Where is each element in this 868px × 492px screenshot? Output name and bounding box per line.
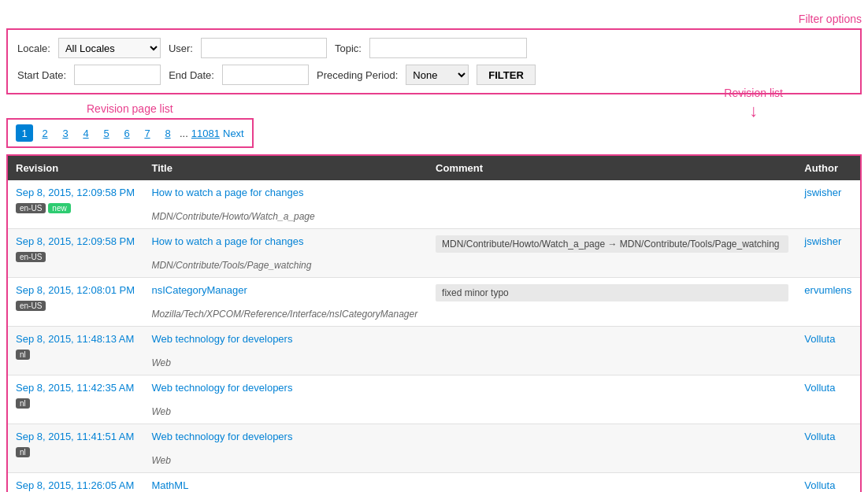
title-cell: MathMLWeb/MathML <box>143 473 428 493</box>
page-ellipsis: ... <box>180 128 188 139</box>
user-label: User: <box>169 43 193 54</box>
title-link[interactable]: How to watch a page for changes <box>151 187 420 198</box>
comment-cell <box>428 180 796 229</box>
revision-list-label: Revision list <box>724 87 783 99</box>
filter-button[interactable]: FILTER <box>477 65 536 85</box>
author-cell: Volluta <box>796 327 860 375</box>
col-comment: Comment <box>428 156 796 180</box>
author-link[interactable]: Volluta <box>804 431 835 442</box>
title-cell: Web technology for developersWeb <box>143 424 428 473</box>
end-date-input[interactable] <box>222 65 309 85</box>
revision-table: Revision Title Comment Author Sep 8, 201… <box>8 156 860 492</box>
comment-box: MDN/Contribute/Howto/Watch_a_page → MDN/… <box>436 235 788 253</box>
page-4-button[interactable]: 4 <box>77 124 95 142</box>
revision-datetime-link[interactable]: Sep 8, 2015, 12:09:58 PM <box>16 235 135 247</box>
title-cell: Web technology for developersWeb <box>143 375 428 424</box>
locale-select[interactable]: All Locales en-US nl fr de <box>58 38 161 58</box>
comment-cell <box>428 424 796 473</box>
comment-cell: MDN/Contribute/Howto/Watch_a_page → MDN/… <box>428 229 796 278</box>
revision-datetime-link[interactable]: Sep 8, 2015, 12:08:01 PM <box>16 284 135 296</box>
locale-badge: nl <box>16 350 30 360</box>
revision-datetime-link[interactable]: Sep 8, 2015, 11:26:05 AM <box>16 479 135 491</box>
revision-cell: Sep 8, 2015, 11:41:51 AMnl <box>8 424 143 473</box>
revision-cell: Sep 8, 2015, 11:26:05 AMnl <box>8 473 143 493</box>
table-header-row: Revision Title Comment Author <box>8 156 860 180</box>
user-input[interactable] <box>201 38 327 58</box>
page-5-button[interactable]: 5 <box>98 124 115 142</box>
title-link[interactable]: nsICategoryManager <box>151 284 420 296</box>
author-link[interactable]: jswisher <box>804 187 841 198</box>
revision-cell: Sep 8, 2015, 12:09:58 PMen-US <box>8 229 143 278</box>
filter-options-label: Filter options <box>799 13 862 25</box>
page-1-button[interactable]: 1 <box>16 124 33 142</box>
comment-cell: fixed minor typo <box>428 278 796 327</box>
filter-section: Locale: All Locales en-US nl fr de User:… <box>6 28 862 94</box>
table-row: Sep 8, 2015, 11:48:13 AMnlWeb technology… <box>8 327 860 375</box>
topic-input[interactable] <box>369 38 527 58</box>
title-cell: How to watch a page for changesMDN/Contr… <box>143 180 428 229</box>
start-date-input[interactable] <box>74 65 161 85</box>
page-path: Web <box>151 455 170 466</box>
revision-datetime-link[interactable]: Sep 8, 2015, 11:42:35 AM <box>16 382 135 394</box>
table-row: Sep 8, 2015, 11:26:05 AMnlMathMLWeb/Math… <box>8 473 860 493</box>
revision-cell: Sep 8, 2015, 11:42:35 AMnl <box>8 375 143 424</box>
new-badge: new <box>48 203 70 213</box>
title-cell: Web technology for developersWeb <box>143 327 428 375</box>
page-path: Mozilla/Tech/XPCOM/Reference/Interface/n… <box>151 309 417 320</box>
table-row: Sep 8, 2015, 11:41:51 AMnlWeb technology… <box>8 424 860 473</box>
locale-label: Locale: <box>17 43 50 54</box>
author-link[interactable]: jswisher <box>804 235 841 247</box>
end-date-label: End Date: <box>169 69 214 81</box>
author-cell: ervumlens <box>796 278 860 327</box>
table-row: Sep 8, 2015, 12:09:58 PMen-USHow to watc… <box>8 229 860 278</box>
locale-badge: en-US <box>16 301 46 311</box>
title-link[interactable]: MathML <box>151 479 420 491</box>
page-8-button[interactable]: 8 <box>159 124 176 142</box>
author-cell: Volluta <box>796 473 860 493</box>
comment-box: fixed minor typo <box>436 284 788 301</box>
pagination-section: 1 2 3 4 5 6 7 8 ... 11081 Next <box>6 118 254 148</box>
locale-badge: nl <box>16 447 30 457</box>
preceding-select[interactable]: None 1 day 1 week 1 month <box>406 65 469 85</box>
page-last-button[interactable]: 11081 <box>191 124 220 142</box>
revision-cell: Sep 8, 2015, 12:08:01 PMen-US <box>8 278 143 327</box>
page-path: MDN/Contribute/Howto/Watch_a_page <box>151 211 314 222</box>
revision-datetime-link[interactable]: Sep 8, 2015, 11:48:13 AM <box>16 333 135 345</box>
locale-badge: nl <box>16 398 30 409</box>
revision-datetime-link[interactable]: Sep 8, 2015, 12:09:58 PM <box>16 187 135 198</box>
comment-cell <box>428 327 796 375</box>
page-path: MDN/Contribute/Tools/Page_watching <box>151 260 311 271</box>
locale-badge: en-US <box>16 203 46 213</box>
revision-datetime-link[interactable]: Sep 8, 2015, 11:41:51 AM <box>16 431 135 442</box>
comment-cell <box>428 375 796 424</box>
title-link[interactable]: Web technology for developers <box>151 431 420 442</box>
page-3-button[interactable]: 3 <box>57 124 74 142</box>
col-title: Title <box>143 156 428 180</box>
page-7-button[interactable]: 7 <box>139 124 156 142</box>
col-author: Author <box>796 156 860 180</box>
page-path: Web <box>151 357 170 368</box>
page-next-button[interactable]: Next <box>223 128 244 139</box>
author-link[interactable]: Volluta <box>804 333 835 345</box>
author-link[interactable]: ervumlens <box>804 284 851 296</box>
author-cell: jswisher <box>796 180 860 229</box>
author-link[interactable]: Volluta <box>804 479 835 491</box>
start-date-label: Start Date: <box>17 69 66 81</box>
comment-cell <box>428 473 796 493</box>
page-6-button[interactable]: 6 <box>118 124 135 142</box>
locale-badge: en-US <box>16 252 46 262</box>
page-2-button[interactable]: 2 <box>36 124 54 142</box>
col-revision: Revision <box>8 156 143 180</box>
table-row: Sep 8, 2015, 11:42:35 AMnlWeb technology… <box>8 375 860 424</box>
author-cell: Volluta <box>796 424 860 473</box>
title-link[interactable]: How to watch a page for changes <box>151 235 420 247</box>
topic-label: Topic: <box>335 43 362 54</box>
title-link[interactable]: Web technology for developers <box>151 382 420 394</box>
revision-list-arrow: ↓ <box>724 101 783 121</box>
author-link[interactable]: Volluta <box>804 382 835 394</box>
revision-list-container: Revision Title Comment Author Sep 8, 201… <box>6 154 862 492</box>
title-link[interactable]: Web technology for developers <box>151 333 420 345</box>
author-cell: Volluta <box>796 375 860 424</box>
title-cell: nsICategoryManagerMozilla/Tech/XPCOM/Ref… <box>143 278 428 327</box>
page-path: Web <box>151 406 170 417</box>
